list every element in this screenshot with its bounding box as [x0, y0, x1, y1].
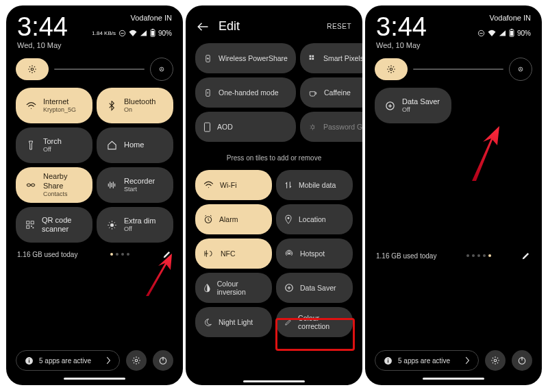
bottom-bar: 5 apps are active [6, 350, 183, 380]
date: Wed, 10 May [17, 41, 68, 49]
settings-button[interactable] [485, 350, 506, 371]
tile-alarm[interactable]: Alarm [195, 204, 272, 234]
gear-icon [27, 64, 37, 74]
edit-title: Edit [219, 19, 240, 34]
tile-title: Data Saver [402, 97, 440, 106]
edit-button[interactable] [162, 249, 172, 259]
tile-label: NFC [221, 249, 236, 258]
tile-password-gen[interactable]: Password Generator [300, 112, 362, 142]
active-apps-label: 5 apps are active [398, 357, 450, 365]
tile-label: Password Generator [323, 123, 362, 131]
auto-brightness-button[interactable]: A [150, 58, 173, 81]
tile-data-saver[interactable]: Data SaverOff [375, 88, 451, 123]
tile-wifi[interactable]: Wi-Fi [195, 170, 272, 200]
tile-label: AOD [217, 123, 233, 131]
tile-hotspot[interactable]: Hotspot [276, 238, 353, 269]
status-bar: 3:44 Wed, 10 May Vodafone IN 1.84 KB/s 9… [6, 5, 183, 52]
tile-mobile-data[interactable]: Mobile data [276, 170, 353, 200]
tile-bluetooth[interactable]: BluetoothOn [97, 88, 173, 123]
wifi-icon [129, 29, 137, 36]
back-button[interactable] [197, 22, 209, 32]
clock: 3:44 [376, 14, 427, 40]
password-icon [308, 123, 317, 132]
settings-button[interactable] [126, 350, 147, 371]
data-usage-label[interactable]: 1.16 GB used today [376, 252, 436, 260]
phone-quick-settings-result: 3:44 Wed, 10 May Vodafone IN 90% A Data … [365, 5, 542, 385]
svg-rect-16 [29, 358, 29, 359]
page-dots [110, 253, 129, 256]
brightness-settings-pill[interactable] [375, 58, 408, 80]
tile-smart-pixels[interactable]: Smart Pixels [300, 43, 362, 73]
tile-qr-scanner[interactable]: QR code scanner [16, 207, 92, 243]
power-button[interactable] [512, 350, 532, 371]
battery-icon [509, 29, 514, 37]
data-usage-label[interactable]: 1.16 GB used today [17, 251, 77, 258]
nfc-icon [203, 249, 214, 258]
svg-point-30 [288, 253, 290, 255]
tile-aod[interactable]: AOD [195, 112, 296, 142]
status-icons: 90% [477, 29, 531, 37]
tile-label: Colour inversion [217, 280, 264, 296]
battery-pct: 90% [158, 29, 172, 37]
tile-label: Night Light [219, 318, 253, 326]
tile-nearby-share[interactable]: Nearby ShareContacts [16, 167, 92, 203]
date: Wed, 10 May [376, 41, 427, 49]
phone-quick-settings: 3:44 Wed, 10 May Vodafone IN 1.84 KB/s 9… [6, 5, 183, 385]
tile-torch[interactable]: TorchOff [16, 127, 92, 163]
tile-extra-dim[interactable]: Extra dimOff [97, 207, 173, 243]
tile-internet[interactable]: InternetKrypton_5G [16, 88, 92, 123]
tile-night-light[interactable]: Night Light [195, 307, 272, 337]
svg-point-37 [390, 68, 393, 71]
alarm-icon [203, 215, 213, 224]
active-apps-pill[interactable]: 5 apps are active [375, 350, 479, 371]
auto-brightness-button[interactable]: A [509, 58, 532, 81]
svg-rect-23 [310, 58, 312, 60]
nav-home-indicator[interactable] [64, 378, 125, 380]
signal-icon [140, 29, 147, 36]
carrier-label: Vodafone IN [477, 14, 531, 22]
svg-rect-11 [31, 225, 32, 227]
arrow-left-icon [197, 22, 209, 32]
tile-label: Alarm [219, 215, 238, 223]
dnd-icon [119, 29, 126, 37]
reset-button[interactable]: RESET [327, 23, 351, 30]
qs-tile-grid: Data SaverOff [365, 88, 542, 123]
powershare-icon [203, 54, 212, 63]
nav-home-indicator[interactable] [423, 378, 484, 380]
tile-caffeine[interactable]: Caffeine [300, 77, 362, 108]
tile-recorder[interactable]: RecorderStart [97, 167, 173, 203]
svg-rect-35 [511, 29, 512, 29]
tile-nfc[interactable]: NFC [195, 238, 272, 269]
phone-edit-tiles: Edit RESET Wireless PowerShare Smart Pix… [186, 5, 362, 385]
status-left: 3:44 Wed, 10 May [376, 14, 427, 49]
tile-label: One-handed mode [219, 88, 279, 97]
tile-one-handed[interactable]: One-handed mode [195, 77, 296, 108]
power-button[interactable] [153, 350, 173, 371]
tile-wireless-powershare[interactable]: Wireless PowerShare [195, 43, 296, 73]
wifi-icon [488, 29, 496, 36]
brightness-settings-pill[interactable] [16, 58, 49, 80]
home-icon [106, 140, 117, 150]
gear-icon [386, 64, 396, 74]
brightness-slider[interactable] [413, 69, 503, 70]
carrier-label: Vodafone IN [92, 14, 172, 22]
active-apps-pill[interactable]: 5 apps are active [16, 350, 120, 371]
tile-location[interactable]: Location [276, 204, 353, 234]
tile-colour-correction[interactable]: Colour correction [276, 307, 353, 337]
info-icon [25, 356, 34, 365]
torch-icon [25, 140, 36, 151]
edit-available-tiles: Wi-Fi Mobile data Alarm Location NFC Hot… [186, 170, 362, 337]
status-right: Vodafone IN 1.84 KB/s 90% [92, 14, 172, 37]
tile-data-saver[interactable]: Data Saver [276, 273, 353, 303]
tile-home[interactable]: Home [97, 127, 173, 163]
edit-button[interactable] [521, 251, 531, 260]
nav-home-indicator[interactable] [243, 380, 305, 382]
tile-colour-inversion[interactable]: Colour inversion [195, 273, 272, 303]
svg-rect-9 [31, 221, 34, 224]
caffeine-icon [308, 88, 318, 97]
svg-text:A: A [519, 67, 522, 71]
page-dots [466, 254, 491, 257]
brightness-slider[interactable] [54, 69, 145, 70]
info-icon [384, 356, 393, 365]
tile-title: Internet [43, 97, 76, 106]
